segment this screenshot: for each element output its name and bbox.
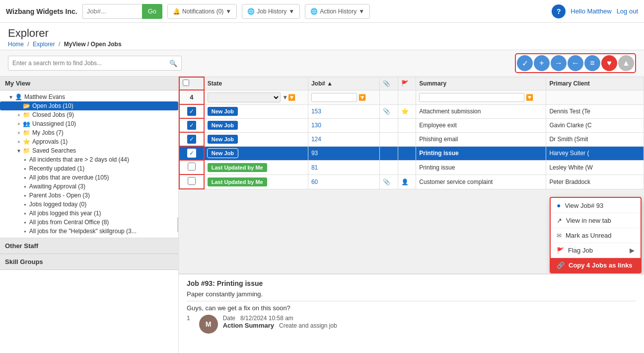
- toolbar-menu-button[interactable]: ≡: [584, 55, 600, 71]
- row-checkbox-2[interactable]: ✓: [179, 118, 204, 132]
- context-menu-view-new-tab[interactable]: ↗ View in new tab: [551, 213, 641, 228]
- job-history-button[interactable]: 🌐 Job History ▼: [242, 4, 300, 19]
- sidebar-saved-search-3[interactable]: ●All jobs that are overdue (105): [0, 173, 178, 182]
- sidebar-saved-search-6[interactable]: ●Jobs logged today (0): [0, 200, 178, 209]
- comment-number: 1: [187, 315, 190, 322]
- job-filter-input[interactable]: [311, 93, 357, 102]
- row-attach-4: [380, 146, 398, 160]
- context-menu-flag-job[interactable]: 🚩 Flag Job ▶: [551, 243, 641, 258]
- sidebar-item-open-jobs[interactable]: + 📂 Open Jobs (10): [0, 101, 178, 110]
- row-checkbox-input-6[interactable]: [188, 177, 196, 185]
- star-icon[interactable]: ⭐: [401, 108, 409, 115]
- row-checkbox-6[interactable]: [179, 175, 204, 189]
- row-checkbox-5[interactable]: [179, 160, 204, 175]
- bell-icon: 🔔: [173, 8, 180, 15]
- global-search-input[interactable]: [12, 60, 169, 67]
- sidebar-saved-search-1[interactable]: ●All incidents that are > 2 days old (44…: [0, 155, 178, 164]
- row-flag-3: [398, 132, 416, 146]
- table-row-selected[interactable]: ✓ New Job 93 Printing issue Harvey Suite…: [179, 146, 644, 160]
- new-tab-icon: ↗: [557, 217, 562, 224]
- circle-icon: ●: [557, 201, 561, 209]
- checked-icon-1[interactable]: ✓: [187, 107, 196, 116]
- summary-filter-input[interactable]: [419, 93, 524, 102]
- job-filter-icon[interactable]: 🔽: [358, 94, 366, 101]
- comment-action-label: Action Summary: [223, 322, 274, 329]
- context-menu-copy-jobs[interactable]: 🔗 Copy 4 Jobs as links: [551, 258, 641, 272]
- sidebar-item-unassigned[interactable]: + 👥 Unassigned (10): [0, 119, 178, 128]
- table-row[interactable]: ✓ New Job 124 Phishing email Dr Smith (S…: [179, 132, 644, 146]
- row-job-6[interactable]: 60: [308, 175, 379, 189]
- row-job-3[interactable]: 124: [308, 132, 379, 146]
- checked-icon-4[interactable]: ✓: [187, 149, 196, 158]
- notifications-button[interactable]: 🔔 Notifications (0) ▼: [167, 4, 237, 19]
- global-search: 🔍: [8, 56, 182, 71]
- breadcrumb-explorer[interactable]: Explorer: [33, 41, 55, 48]
- th-job-num[interactable]: Job# ▲: [308, 77, 379, 90]
- row-checkbox-4[interactable]: ✓: [179, 146, 204, 160]
- sidebar-item-approvals[interactable]: + ⭐ Approvals (1): [0, 137, 178, 146]
- sidebar-saved-search-5[interactable]: ●Parent Jobs - Open (3): [0, 191, 178, 200]
- row-job-1[interactable]: 153: [308, 104, 379, 118]
- collapse-icon-2: +: [16, 103, 22, 109]
- sidebar-saved-search-9[interactable]: ●All jobs for the "Helpdesk" skillgroup …: [0, 227, 178, 236]
- row-checkbox-3[interactable]: ✓: [179, 132, 204, 146]
- toolbar-back-button[interactable]: ←: [568, 55, 583, 71]
- table-row[interactable]: Last Updated by Me 81 Printing issue Les…: [179, 160, 644, 175]
- sidebar-saved-search-2[interactable]: ●Recently updated (1): [0, 164, 178, 173]
- row-job-4[interactable]: 93: [308, 146, 379, 160]
- table-row[interactable]: Last Updated by Me 60 📎 👤 Customer servi…: [179, 175, 644, 189]
- comment-action-value: Create and assign job: [279, 322, 337, 329]
- sidebar-item-saved-searches[interactable]: ▼ 📁 Saved Searches: [0, 146, 178, 155]
- th-checkbox[interactable]: [179, 77, 204, 90]
- go-button[interactable]: Go: [142, 4, 162, 19]
- other-staff-section[interactable]: Other Staff: [0, 238, 178, 254]
- filter-job-cell: 🔽: [308, 90, 379, 104]
- row-checkbox-input-5[interactable]: [188, 163, 196, 171]
- page-title: Explorer: [8, 27, 636, 40]
- row-summary-1: Attachment submission: [416, 104, 546, 118]
- saved-searches-icon: 📁: [23, 147, 30, 154]
- row-flag-4: [398, 146, 416, 160]
- skill-groups-section[interactable]: Skill Groups: [0, 254, 178, 270]
- sidebar-saved-search-4[interactable]: ●Awaiting Approval (3): [0, 182, 178, 191]
- row-checkbox-1[interactable]: ✓: [179, 104, 204, 118]
- table-row[interactable]: ✓ New Job 153 📎 ⭐ Attachment submission …: [179, 104, 644, 118]
- breadcrumb-home[interactable]: Home: [8, 41, 24, 48]
- search-icon[interactable]: 🔍: [169, 60, 177, 67]
- toolbar-up-button[interactable]: ▲: [618, 55, 634, 71]
- sidebar-item-closed-jobs[interactable]: + 📁 Closed Jobs (9): [0, 110, 178, 119]
- select-all-checkbox[interactable]: [183, 80, 189, 86]
- help-button[interactable]: ?: [552, 4, 566, 18]
- sidebar-item-my-jobs[interactable]: + 📁 My Jobs (7): [0, 128, 178, 137]
- user-greeting[interactable]: Hello Matthew: [571, 7, 611, 15]
- toolbar-favorite-button[interactable]: ♥: [601, 55, 617, 71]
- sidebar-saved-search-8[interactable]: ●All jobs from Central Office (8): [0, 218, 178, 227]
- row-attach-1: 📎: [380, 104, 398, 118]
- state-filter-select[interactable]: [208, 92, 281, 102]
- row-state-3: New Job: [204, 132, 308, 146]
- context-menu-mark-unread[interactable]: ✉ Mark as Unread: [551, 228, 641, 243]
- checked-icon-3[interactable]: ✓: [187, 135, 196, 144]
- summary-filter-icon[interactable]: 🔽: [526, 94, 533, 101]
- row-job-2[interactable]: 130: [308, 118, 379, 132]
- sidebar-saved-search-7[interactable]: ●All jobs logged this year (1): [0, 209, 178, 218]
- action-history-button[interactable]: 🌐 Action History ▼: [305, 4, 370, 19]
- context-menu-view-job[interactable]: ● View Job# 93: [551, 198, 641, 213]
- checked-icon-2[interactable]: ✓: [187, 121, 196, 130]
- folder-open-icon: 📂: [23, 102, 30, 109]
- my-view-section[interactable]: My View: [0, 77, 178, 90]
- context-menu: ● View Job# 93 ↗ View in new tab ✉ Mark …: [550, 197, 642, 273]
- toolbar-check-button[interactable]: ✓: [517, 55, 533, 71]
- row-job-5[interactable]: 81: [308, 160, 379, 175]
- toolbar-forward-button[interactable]: →: [551, 55, 567, 71]
- table-row[interactable]: ✓ New Job 130 Employee exit Gavin Clarke…: [179, 118, 644, 132]
- state-filter-icon[interactable]: ▼🔽: [282, 94, 295, 101]
- sidebar-item-user[interactable]: ▼ 👤 Matthew Evans: [0, 92, 178, 101]
- collapse-icon-7: ▼: [16, 148, 22, 154]
- logout-link[interactable]: Log out: [617, 7, 638, 15]
- job-search-input[interactable]: [82, 4, 142, 19]
- toolbar-add-button[interactable]: +: [534, 55, 550, 71]
- user-icon: 👤: [15, 93, 22, 100]
- row-attach-5: [380, 160, 398, 175]
- breadcrumb-current: MyView / Open Jobs: [64, 41, 122, 48]
